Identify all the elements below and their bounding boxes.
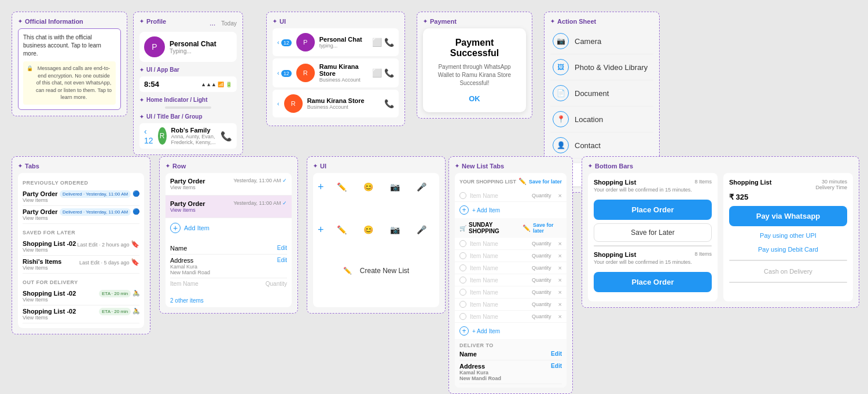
add-item-label[interactable]: Add Item [184,224,209,231]
phone-icon4[interactable]: 📞 [384,99,394,108]
name-edit[interactable]: Edit [277,245,287,252]
back-arrow[interactable]: ‹ 12 [144,127,153,145]
plus-icon-2[interactable]: + [318,224,324,236]
remove-s6[interactable]: × [558,301,562,308]
chat-item-store2[interactable]: ‹ R Ramu Kirana Store Business Account 📞 [273,90,399,117]
address-edit[interactable]: Edit [277,257,287,275]
back-icon[interactable]: ‹ 12 [277,39,292,46]
chat-item-store1[interactable]: ‹ 12 R Ramu Kirana Store Business Accoun… [273,58,399,87]
edit-list-icon[interactable]: ✏️ [518,178,527,185]
place-order-btn-3[interactable]: Place Order [594,272,712,292]
action-photo[interactable]: 🖼 Photo & Video Library [550,54,653,80]
radio-s1[interactable] [459,240,466,247]
input-bar-2[interactable] [318,242,435,259]
save-later-sunday[interactable]: Save for later [533,222,562,234]
remove-s1[interactable]: × [558,240,562,247]
pay-via-whatsapp-button[interactable]: Pay via Whatsapp [729,206,847,226]
add-item-row[interactable]: + Add Item [165,218,292,238]
item-sub-4[interactable]: View Items [23,265,61,271]
tab-item-1[interactable]: Party OrderView Items Delivered · Yester… [23,188,139,206]
radio-s3[interactable] [459,264,466,271]
back-icon3[interactable]: ‹ [277,100,279,107]
save-for-later-button[interactable]: Save for later [529,179,562,185]
radio-s6[interactable] [459,301,466,308]
item-s6: Item Name [470,301,498,308]
edit-icon2[interactable]: ✏️ [337,225,347,234]
deliver-address-edit[interactable]: Edit [551,363,562,381]
add-item-nl[interactable]: + + Add Item [455,202,567,218]
radio-s7[interactable] [459,313,466,320]
mic-icon[interactable]: 🎤 [417,182,426,192]
tab-item-6[interactable]: Shopping List -02View Items ETA · 20 min… [23,305,139,323]
radio-s4[interactable] [459,277,466,283]
mic-icon2[interactable]: 🎤 [417,225,426,234]
item-sub-6[interactable]: View Items [23,315,76,321]
remove-s5[interactable]: × [558,289,562,296]
chat-item-personal[interactable]: ‹ 12 P Personal Chat typing... ⬜ 📞 [273,28,399,56]
cash-on-delivery-button[interactable]: Cash on Delivery [729,264,847,278]
back-icon2[interactable]: ‹ 12 [277,69,292,76]
input-bar-3[interactable] [318,283,435,299]
remove-s4[interactable]: × [558,277,562,283]
input-bar-1[interactable] [318,200,435,216]
phone-icon2[interactable]: 📞 [384,38,394,47]
pay-upi-button[interactable]: Pay using other UPI [729,229,847,242]
tab-item-5[interactable]: Shopping List -02View Items ETA · 20 min… [23,288,139,305]
contact-label: Contact [575,141,601,150]
tab-item-4[interactable]: Rishi's ItemsView Items Last Edit · 5 da… [23,256,139,274]
camera-icon3[interactable]: 📷 [390,225,400,234]
row-label: Row [165,163,292,170]
pay-debit-button[interactable]: Pay using Debit Card [729,242,847,256]
row-item-sub-1[interactable]: View Items [170,185,205,190]
location-label: Location [575,115,603,124]
add-list-row2[interactable]: + ✏️ 😊 📷 🎤 [318,220,435,239]
edit-icon[interactable]: ✏️ [337,182,347,192]
remove-s7[interactable]: × [558,313,562,320]
remove-s3[interactable]: × [558,264,562,271]
radio-1[interactable] [459,192,466,199]
card2-divider2 [729,282,847,283]
item-sub-1[interactable]: View Items [23,197,58,203]
tab-item-3[interactable]: Shopping List -02View Items Last Edit · … [23,238,139,256]
video-icon2[interactable]: ⬜ [372,68,382,78]
action-camera[interactable]: 📷 Camera [550,28,653,54]
emoji-icon[interactable]: 😊 [363,182,373,192]
place-order-btn-1[interactable]: Place Order [594,200,712,220]
row-item-2[interactable]: Party OrderView Items Yesterday, 11:00 A… [165,196,292,218]
remove-1[interactable]: × [558,192,562,199]
radio-s5[interactable] [459,289,466,296]
add-item-sunday[interactable]: + + Add Item [455,323,567,339]
toolbar-1: ✏️ 😊 📷 🎤 [329,180,435,194]
other-items-link[interactable]: 2 other items [165,294,292,307]
item-sub-5[interactable]: View Items [23,297,76,303]
ok-button[interactable]: OK [432,94,517,103]
action-location[interactable]: 📍 Location [550,106,653,132]
item-sub-2[interactable]: View Items [23,215,58,221]
profile-card[interactable]: P Personal Chat Typing... [139,32,237,62]
add-item-nl-label[interactable]: + Add Item [472,207,500,213]
create-new-list-button[interactable]: ✏️Create New List [318,262,435,279]
add-sunday-label[interactable]: + Add Item [472,328,500,334]
save-later-btn-1[interactable]: Save for Later [594,223,712,242]
tab-item-2[interactable]: Party OrderView Items Delivered · Yester… [23,206,139,224]
phone-icon[interactable]: 📞 [220,131,232,142]
more-button[interactable]: ... [209,19,215,27]
add-list-row[interactable]: + ✏️ 😊 📷 🎤 [318,178,435,196]
camera-icon2[interactable]: 📷 [390,182,400,192]
remove-s2[interactable]: × [558,252,562,259]
plus-icon-1[interactable]: + [318,181,324,193]
deliver-name-edit[interactable]: Edit [551,351,562,358]
video-icon[interactable]: ⬜ [372,38,382,47]
radio-s2[interactable] [459,252,466,259]
phone-icon3[interactable]: 📞 [384,68,394,78]
smile-icon[interactable]: 😊 [363,225,373,234]
row-item-1[interactable]: Party OrderView Items Yesterday, 11:00 A… [165,173,292,196]
row-item-sub-2[interactable]: View Items [170,207,205,213]
group-title-bar[interactable]: ‹ 12 R Rob's Family Anna, Aunty, Evan, F… [139,123,237,149]
document-label: Document [575,89,609,98]
edit-sunday-icon[interactable]: ✏️ [523,224,531,232]
card1-divider [594,245,712,246]
action-document[interactable]: 📄 Document [550,80,653,106]
item-sub-3[interactable]: View Items [23,247,76,253]
action-contact[interactable]: 👤 Contact [550,132,653,159]
